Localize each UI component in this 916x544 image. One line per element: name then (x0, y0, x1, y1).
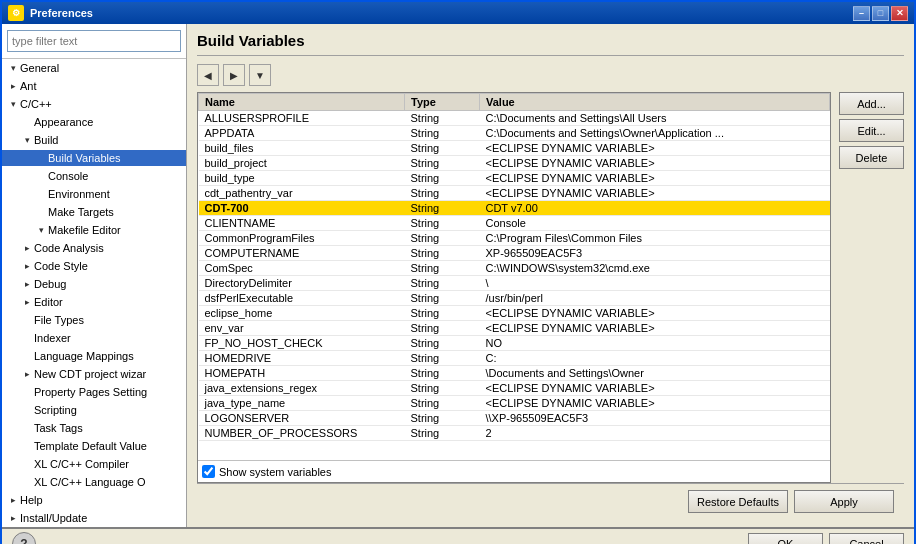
col-header-name: Name (199, 94, 405, 111)
edit-button[interactable]: Edit... (839, 119, 904, 142)
checkbox-row: Show system variables (198, 460, 830, 482)
show-system-label: Show system variables (219, 466, 332, 478)
table-row[interactable]: ComSpecStringC:\WINDOWS\system32\cmd.exe (199, 261, 830, 276)
tree-item-console[interactable]: Console (2, 167, 186, 185)
expand-icon-xl-compiler (20, 457, 34, 471)
table-row[interactable]: cdt_pathentry_varString<ECLIPSE DYNAMIC … (199, 186, 830, 201)
close-button[interactable]: ✕ (891, 6, 908, 21)
footer-right: OK Cancel (748, 533, 904, 545)
table-scroll[interactable]: Name Type Value ALLUSERSPROFILEStringC:\… (198, 93, 830, 460)
minimize-button[interactable]: – (853, 6, 870, 21)
tree-item-scripting[interactable]: Scripting (2, 401, 186, 419)
table-row[interactable]: DirectoryDelimiterString\ (199, 276, 830, 291)
help-button[interactable]: ? (12, 532, 36, 544)
tree-item-language-mappings[interactable]: Language Mappings (2, 347, 186, 365)
variables-table: Name Type Value ALLUSERSPROFILEStringC:\… (198, 93, 830, 441)
table-row[interactable]: build_filesString<ECLIPSE DYNAMIC VARIAB… (199, 141, 830, 156)
expand-icon-makefile-editor: ▾ (34, 223, 48, 237)
left-panel: ▾General▸Ant▾C/C++Appearance▾BuildBuild … (2, 24, 187, 527)
show-system-checkbox[interactable] (202, 465, 215, 478)
maximize-button[interactable]: □ (872, 6, 889, 21)
dropdown-button[interactable]: ▼ (249, 64, 271, 86)
footer: ? OK Cancel (2, 527, 914, 544)
table-row[interactable]: LOGONSERVERString\\XP-965509EAC5F3 (199, 411, 830, 426)
tree-item-property-pages[interactable]: Property Pages Setting (2, 383, 186, 401)
table-row[interactable]: dsfPerlExecutableString/usr/bin/perl (199, 291, 830, 306)
preferences-window: ⚙ Preferences – □ ✕ ▾General▸Ant▾C/C++Ap… (0, 0, 916, 544)
table-row[interactable]: env_varString<ECLIPSE DYNAMIC VARIABLE> (199, 321, 830, 336)
table-row[interactable]: COMPUTERNAMEStringXP-965509EAC5F3 (199, 246, 830, 261)
tree-item-ant[interactable]: ▸Ant (2, 77, 186, 95)
delete-button[interactable]: Delete (839, 146, 904, 169)
tree-label-ant: Ant (20, 80, 37, 92)
expand-icon-build: ▾ (20, 133, 34, 147)
tree-label-debug: Debug (34, 278, 66, 290)
tree-item-help[interactable]: ▸Help (2, 491, 186, 509)
tree-item-appearance[interactable]: Appearance (2, 113, 186, 131)
expand-icon-code-analysis: ▸ (20, 241, 34, 255)
table-row[interactable]: CDT-700StringCDT v7.00 (199, 201, 830, 216)
table-row[interactable]: java_extensions_regexString<ECLIPSE DYNA… (199, 381, 830, 396)
expand-icon-indexer (20, 331, 34, 345)
forward-button[interactable]: ▶ (223, 64, 245, 86)
expand-icon-debug: ▸ (20, 277, 34, 291)
table-row[interactable]: HOMEDRIVEStringC: (199, 351, 830, 366)
add-button[interactable]: Add... (839, 92, 904, 115)
table-row[interactable]: CommonProgramFilesStringC:\Program Files… (199, 231, 830, 246)
table-row[interactable]: CLIENTNAMEStringConsole (199, 216, 830, 231)
tree-item-install-update[interactable]: ▸Install/Update (2, 509, 186, 527)
tree-item-xl-compiler[interactable]: XL C/C++ Compiler (2, 455, 186, 473)
expand-icon-xl-language (20, 475, 34, 489)
table-row[interactable]: HOMEPATHString\Documents and Settings\Ow… (199, 366, 830, 381)
expand-icon-new-cdt: ▸ (20, 367, 34, 381)
tree-label-indexer: Indexer (34, 332, 71, 344)
titlebar: ⚙ Preferences – □ ✕ (2, 2, 914, 24)
tree-item-code-analysis[interactable]: ▸Code Analysis (2, 239, 186, 257)
restore-defaults-button[interactable]: Restore Defaults (688, 490, 788, 513)
table-row[interactable]: eclipse_homeString<ECLIPSE DYNAMIC VARIA… (199, 306, 830, 321)
toolbar-row: ◀ ▶ ▼ (197, 64, 904, 86)
tree-item-code-style[interactable]: ▸Code Style (2, 257, 186, 275)
expand-icon-editor: ▸ (20, 295, 34, 309)
expand-icon-help: ▸ (6, 493, 20, 507)
table-container: Name Type Value ALLUSERSPROFILEStringC:\… (197, 92, 831, 483)
tree-item-build[interactable]: ▾Build (2, 131, 186, 149)
tree-label-appearance: Appearance (34, 116, 93, 128)
table-row[interactable]: ALLUSERSPROFILEStringC:\Documents and Se… (199, 111, 830, 126)
expand-icon-build-variables (34, 151, 48, 165)
tree-item-file-types[interactable]: File Types (2, 311, 186, 329)
tree-label-template-default: Template Default Value (34, 440, 147, 452)
tree-item-cpp[interactable]: ▾C/C++ (2, 95, 186, 113)
table-row[interactable]: java_type_nameString<ECLIPSE DYNAMIC VAR… (199, 396, 830, 411)
tree-item-make-targets[interactable]: Make Targets (2, 203, 186, 221)
window-icon: ⚙ (8, 5, 24, 21)
table-row[interactable]: FP_NO_HOST_CHECKStringNO (199, 336, 830, 351)
filter-input[interactable] (7, 30, 181, 52)
tree-item-editor[interactable]: ▸Editor (2, 293, 186, 311)
ok-button[interactable]: OK (748, 533, 823, 545)
back-button[interactable]: ◀ (197, 64, 219, 86)
apply-button[interactable]: Apply (794, 490, 894, 513)
tree-item-general[interactable]: ▾General (2, 59, 186, 77)
table-row[interactable]: NUMBER_OF_PROCESSORSString2 (199, 426, 830, 441)
tree-item-debug[interactable]: ▸Debug (2, 275, 186, 293)
panel-title: Build Variables (197, 32, 904, 56)
table-row[interactable]: APPDATAStringC:\Documents and Settings\O… (199, 126, 830, 141)
tree-item-makefile-editor[interactable]: ▾Makefile Editor (2, 221, 186, 239)
tree-item-task-tags[interactable]: Task Tags (2, 419, 186, 437)
tree-label-help: Help (20, 494, 43, 506)
cancel-button[interactable]: Cancel (829, 533, 904, 545)
table-row[interactable]: build_typeString<ECLIPSE DYNAMIC VARIABL… (199, 171, 830, 186)
table-row[interactable]: build_projectString<ECLIPSE DYNAMIC VARI… (199, 156, 830, 171)
tree-item-indexer[interactable]: Indexer (2, 329, 186, 347)
tree-label-build: Build (34, 134, 58, 146)
tree-item-build-variables[interactable]: Build Variables (2, 149, 186, 167)
tree-label-install-update: Install/Update (20, 512, 87, 524)
tree-item-xl-language[interactable]: XL C/C++ Language O (2, 473, 186, 491)
tree-item-template-default[interactable]: Template Default Value (2, 437, 186, 455)
tree-item-environment[interactable]: Environment (2, 185, 186, 203)
expand-icon-language-mappings (20, 349, 34, 363)
tree-item-new-cdt[interactable]: ▸New CDT project wizar (2, 365, 186, 383)
tree-label-code-style: Code Style (34, 260, 88, 272)
main-area: ▾General▸Ant▾C/C++Appearance▾BuildBuild … (2, 24, 914, 527)
